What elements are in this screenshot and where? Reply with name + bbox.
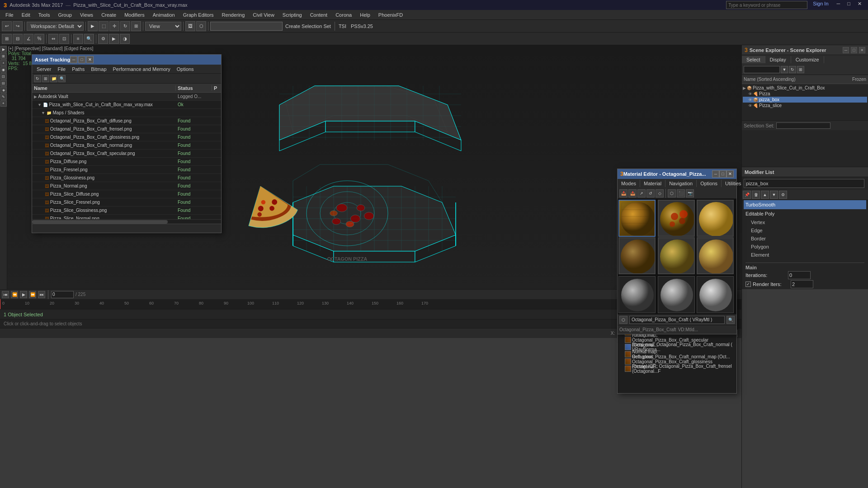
me-sphere-6[interactable]	[697, 237, 734, 274]
menu-modifiers[interactable]: Modifiers	[121, 11, 148, 19]
mod-delete-btn[interactable]: 🗑	[752, 191, 760, 199]
left-tool-2[interactable]: ⊞	[0, 53, 7, 59]
menu-civil-view[interactable]: Civil View	[249, 11, 278, 19]
material-editor-btn[interactable]: ⬡	[196, 21, 206, 31]
me-get-btn[interactable]: 📥	[619, 189, 627, 197]
at-restore-btn[interactable]: □	[78, 56, 85, 63]
menu-graph-editors[interactable]: Graph Editors	[179, 11, 217, 19]
snap2d-btn[interactable]: ⊞	[2, 34, 12, 44]
at-scrollbar[interactable]	[32, 219, 221, 224]
mod-pin-btn[interactable]: 📌	[743, 191, 751, 199]
snap3d-btn[interactable]: ⊟	[13, 34, 23, 44]
at-row-maps-folder[interactable]: ▼ 📁 Maps / Shaders	[32, 109, 221, 117]
at-menu-perf[interactable]: Performance and Memory	[110, 66, 173, 73]
se-hierarchy-btn[interactable]: ⊞	[797, 66, 804, 73]
at-row-normal[interactable]: 🖼 Octagonal_Pizza_Box_Craft_normal.png F…	[32, 141, 221, 150]
object-name-field[interactable]	[744, 179, 864, 188]
layer-btn[interactable]: ≡	[73, 34, 83, 44]
left-tool-3[interactable]: +	[0, 60, 7, 66]
me-sphere-2[interactable]	[658, 200, 695, 237]
me-sphere-3[interactable]	[697, 200, 734, 237]
me-assign-btn[interactable]: ↗	[637, 189, 646, 197]
menu-tools[interactable]: Tools	[35, 11, 54, 19]
at-row-specular[interactable]: 🖼 Octagonal_Pizza_Box_Craft_specular.png…	[32, 150, 221, 158]
menu-file[interactable]: File	[2, 11, 17, 19]
mod-sub-edge[interactable]: Edge	[744, 226, 866, 235]
frame-back-btn[interactable]: ⏪	[11, 291, 18, 298]
left-tool-7[interactable]: ◈	[0, 87, 7, 93]
iterations-spinner[interactable]: 0	[788, 271, 811, 279]
render-frame-btn[interactable]: ▶	[109, 34, 119, 44]
at-row-diffuse[interactable]: 🖼 Octagonal_Pizza_Box_Craft_diffuse.png …	[32, 117, 221, 125]
at-row-slice-gloss[interactable]: 🖼 Pizza_Slice_Glossiness.png Found	[32, 206, 221, 215]
redo-btn[interactable]: ↪	[13, 21, 23, 31]
at-row-maxfile[interactable]: ▼ 📄 Pizza_with_Slice_Cut_in_Craft_Box_ma…	[32, 101, 221, 109]
menu-corona[interactable]: Corona	[332, 11, 355, 19]
scene-close-btn[interactable]: ✕	[859, 47, 865, 53]
at-row-frensel[interactable]: 🖼 Octagonal_Pizza_Box_Craft_frensel.png …	[32, 125, 221, 133]
close-button[interactable]: ✕	[855, 1, 864, 9]
frame-play-btn[interactable]: ▶	[20, 291, 27, 298]
scale-btn[interactable]: ⊞	[131, 21, 141, 31]
scene-restore-btn[interactable]: □	[851, 47, 857, 53]
mod-item-turbosmooth[interactable]: TurboSmooth	[744, 200, 866, 209]
active-shade-btn[interactable]: ◑	[120, 34, 130, 44]
me-sphere-1[interactable]	[618, 200, 656, 237]
at-paths-btn[interactable]: 📁	[50, 75, 57, 82]
search-input[interactable]	[726, 1, 807, 9]
menu-animation[interactable]: Animation	[149, 11, 179, 19]
frame-start-btn[interactable]: ⏮	[2, 291, 9, 298]
at-menu-options[interactable]: Options	[174, 66, 197, 73]
percent-snap-btn[interactable]: %	[34, 34, 44, 44]
render-btn[interactable]: 🖼	[185, 21, 195, 31]
me-tab-options[interactable]: Options	[697, 180, 722, 187]
render-setup-btn[interactable]: ⚙	[98, 34, 108, 44]
mirror-btn[interactable]: ⇔	[48, 34, 58, 44]
at-row-pizza-fresnel[interactable]: 🖼 Pizza_Fresnel.png Found	[32, 166, 221, 174]
at-row-slice-diff[interactable]: 🖼 Pizza_Slice_Diffuse.png Found	[32, 190, 221, 198]
menu-help[interactable]: Help	[356, 11, 374, 19]
me-checkerboard-btn[interactable]: ⬛	[677, 189, 685, 197]
mod-sub-vertex[interactable]: Vertex	[744, 218, 866, 226]
me-make-unique-btn[interactable]: ◇	[656, 189, 664, 197]
me-sphere-mode-btn[interactable]: ⬡	[668, 189, 676, 197]
se-tab-customize[interactable]: Customize	[791, 56, 824, 63]
scene-exp-btn[interactable]: 🔍	[84, 34, 94, 44]
me-gray-sphere-3[interactable]	[697, 276, 734, 313]
me-gray-sphere-1[interactable]	[618, 276, 656, 313]
se-tab-select[interactable]: Select	[742, 56, 765, 63]
me-tab-utilities[interactable]: Utilities	[722, 180, 745, 187]
me-tab-material[interactable]: Material	[640, 180, 665, 187]
me-sphere-5[interactable]	[658, 237, 695, 274]
menu-create[interactable]: Create	[98, 11, 120, 19]
at-row-pizza-gloss[interactable]: 🖼 Pizza_Glossiness.png Found	[32, 174, 221, 182]
se-item-pizza-box-root[interactable]: ▶ 📦 Pizza_with_Slice_Cut_in_Craft_Box	[743, 85, 867, 91]
menu-phoenixfd[interactable]: PhoenixFD	[375, 11, 406, 19]
mod-item-editable-poly[interactable]: Editable Poly	[744, 209, 866, 218]
se-search[interactable]	[744, 66, 780, 73]
me-video-btn[interactable]: 📷	[686, 189, 694, 197]
at-row-slice-norm[interactable]: 🖼 Pizza_Slice_Normal.png Found	[32, 215, 221, 219]
left-tool-5[interactable]: ⊡	[0, 73, 7, 80]
at-find-btn[interactable]: 🔍	[58, 75, 66, 82]
at-refresh-btn[interactable]: ↻	[34, 75, 41, 82]
se-sync-btn[interactable]: ↻	[789, 66, 796, 73]
at-close-btn[interactable]: ✕	[86, 56, 94, 63]
me-minimize-btn[interactable]: ─	[712, 170, 719, 178]
at-expand-btn[interactable]: ⊞	[42, 75, 49, 82]
at-row-pizza-norm[interactable]: 🖼 Pizza_Normal.png Found	[32, 182, 221, 190]
me-sphere-4[interactable]	[618, 237, 656, 274]
me-put-btn[interactable]: 📤	[628, 189, 637, 197]
me-restore-btn[interactable]: □	[719, 170, 726, 178]
select-btn[interactable]: ▶	[88, 21, 98, 31]
menu-edit[interactable]: Edit	[18, 11, 34, 19]
me-gray-sphere-2[interactable]	[658, 276, 695, 313]
minimize-button[interactable]: ─	[834, 1, 843, 9]
mod-down-btn[interactable]: ▼	[770, 191, 778, 199]
render-iters-checkbox[interactable]	[745, 282, 751, 287]
at-file-list[interactable]: ▶ Autodesk Vault Logged O... ▼ 📄 Pizza_w…	[32, 93, 221, 219]
menu-content[interactable]: Content	[307, 11, 331, 19]
se-item-pizza-box[interactable]: 👁 📦 pizza_box	[743, 97, 867, 103]
menu-group[interactable]: Group	[54, 11, 75, 19]
at-menu-file[interactable]: File	[55, 66, 68, 73]
